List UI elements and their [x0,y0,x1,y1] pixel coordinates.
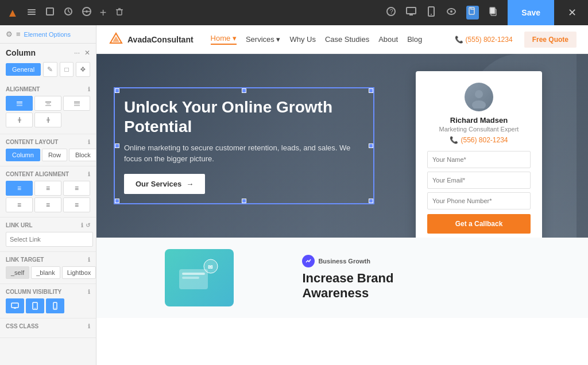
handle-tr[interactable] [369,88,373,93]
svg-rect-23 [469,7,474,14]
hero-subtitle: Online marketing to secure customer rete… [124,142,364,165]
top-toolbar: ▲ + ? [0,0,588,25]
svg-rect-3 [47,8,53,15]
vis-tablet-btn[interactable] [26,298,44,313]
nav-link-whyus[interactable]: Why Us [289,35,316,44]
save-button[interactable]: Save [508,0,554,25]
content-layout-section: Content Layout ℹ Column Row Block [0,134,96,166]
box-icon[interactable] [45,6,55,19]
handle-tc[interactable] [242,88,246,93]
layout-row-btn[interactable]: Row [42,149,67,161]
link-url-section: Link URL ℹ ↺ 🔗 [0,218,96,252]
nav-link-home[interactable]: Home ▾ [211,34,237,45]
lt-self-btn[interactable]: _self [6,266,29,279]
align-btn-2[interactable] [34,96,61,111]
nav-link-blog[interactable]: Blog [407,35,422,44]
toolbar-right: ? Save ✕ [386,0,581,25]
hero-selected-box[interactable]: Unlock Your Online Growth Potential Onli… [114,87,374,204]
content-alignment-label: Content Alignment [6,171,69,177]
tab-edit-icon[interactable]: ✎ [43,62,57,77]
column-title: Column [6,48,36,57]
nav-phone-number: (555) 802-1234 [466,36,513,44]
card-phone-icon: 📞 [450,136,458,144]
content-alignment-info[interactable]: ℹ [88,171,90,177]
card-email-input[interactable] [427,172,531,189]
layout-column-btn[interactable]: Column [6,149,40,161]
css-class-info[interactable]: ℹ [88,323,90,329]
business-growth-icon [302,255,315,267]
list-icon[interactable]: ≡ [16,30,21,38]
below-hero-illustration: ✉ [108,249,291,306]
ca-btn-5[interactable]: ≡ [34,197,61,212]
link-url-reset[interactable]: ↺ [86,222,90,228]
link-target-section: Link Target ℹ _self _blank Lightbox [0,252,96,284]
vis-desktop-btn[interactable] [6,298,24,313]
monitor-icon[interactable] [405,6,417,19]
hero-cta-button[interactable]: Our Services → [124,174,205,194]
clock-icon[interactable] [63,6,74,19]
layout-block-btn[interactable]: Block [69,149,96,161]
phone-icon: 📞 [455,36,463,44]
nav-link-services[interactable]: Services ▾ [246,35,280,44]
card-submit-button[interactable]: Get a Callback [427,214,531,234]
svg-rect-50 [182,273,205,275]
nav-link-casestudies[interactable]: Case Studies [325,35,369,44]
align-btn-3[interactable] [63,96,90,111]
settings-icon[interactable]: ⚙ [6,30,13,38]
eye-icon[interactable] [446,6,457,19]
ca-btn-4[interactable]: ≡ [6,197,33,212]
link-target-info[interactable]: ℹ [88,257,90,263]
handle-br[interactable] [369,199,373,203]
svg-rect-36 [18,119,21,121]
ca-btn-2[interactable]: ≡ [34,181,61,196]
preview-nav: AvadaConsultant Home ▾ Services ▾ Why Us… [96,25,588,54]
card-phone-input[interactable] [427,192,531,209]
content-align-grid-top: ≡ ≡ ≡ [6,181,90,196]
handle-tl[interactable] [115,88,119,93]
column-close-icon[interactable]: ✕ [84,49,90,57]
tab-general[interactable]: General [6,63,41,76]
alignment-label: Alignment [6,86,40,92]
align-btn-5[interactable] [34,112,61,127]
lt-blank-btn[interactable]: _blank [31,266,60,279]
trash-icon[interactable] [114,6,125,19]
content-layout-info[interactable]: ℹ [88,139,90,145]
link-target-buttons: _self _blank Lightbox [6,266,90,279]
column-visibility-info[interactable]: ℹ [88,289,90,295]
avada-logo-icon[interactable]: ▲ [7,6,18,20]
close-button[interactable]: ✕ [563,6,581,19]
plus-icon[interactable]: + [100,6,107,20]
sliders-icon[interactable] [82,6,92,19]
handle-bc[interactable] [242,199,246,203]
ca-btn-1[interactable]: ≡ [6,181,33,196]
tab-box-icon[interactable]: □ [60,62,74,77]
align-btn-4[interactable] [6,112,33,127]
link-url-info[interactable]: ℹ [81,222,83,228]
svg-point-10 [86,10,88,13]
increase-title-line1: Increase Brand [302,271,393,285]
card-name: Richard Madsen [427,116,531,125]
column-more-icon[interactable]: ··· [74,49,80,57]
page-icon[interactable] [466,6,479,20]
vis-mobile-btn[interactable] [46,298,64,313]
nav-cta-button[interactable]: Free Quote [524,32,577,48]
svg-text:✉: ✉ [208,264,213,270]
card-avatar [465,83,493,111]
tab-star-icon[interactable]: ❖ [76,62,90,77]
handle-bl[interactable] [115,199,119,203]
handle-ml[interactable] [115,143,119,148]
ca-btn-3[interactable]: ≡ [63,181,90,196]
card-name-input[interactable] [427,151,531,168]
ca-btn-6[interactable]: ≡ [63,197,90,212]
layers-icon[interactable] [26,6,37,19]
svg-line-6 [68,11,70,13]
help-icon[interactable]: ? [386,6,396,19]
link-url-input[interactable] [6,232,93,247]
lt-lightbox-btn[interactable]: Lightbox [62,266,96,279]
align-btn-1[interactable] [6,96,33,111]
handle-mr[interactable] [369,143,373,148]
alignment-info-icon[interactable]: ℹ [88,86,90,92]
nav-link-about[interactable]: About [378,35,398,44]
tablet-icon[interactable] [426,6,436,19]
copy-icon[interactable] [488,6,498,19]
